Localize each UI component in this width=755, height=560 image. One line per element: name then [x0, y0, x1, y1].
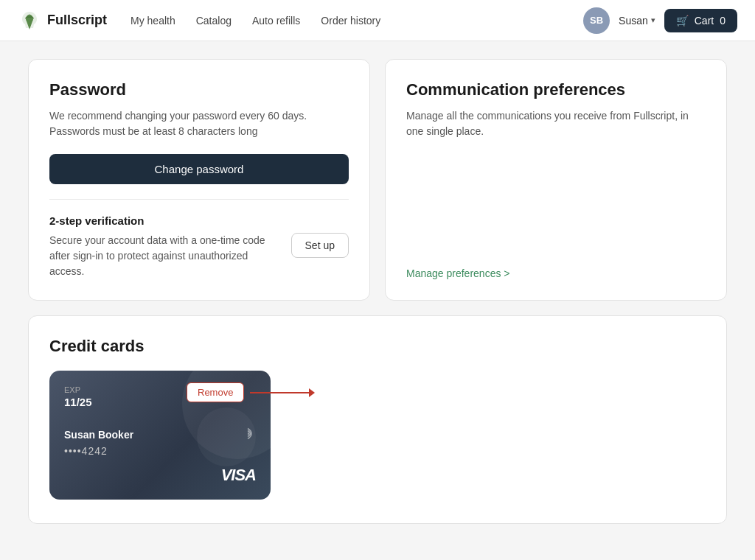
- cart-label: Cart: [695, 15, 714, 27]
- card-holder-name: Susan Booker: [64, 429, 256, 441]
- nav-link-order-history[interactable]: Order history: [321, 15, 380, 27]
- avatar: SB: [583, 7, 610, 34]
- user-name: Susan: [619, 15, 648, 27]
- visa-logo: VISA: [221, 466, 256, 485]
- password-card: Password We recommend changing your pass…: [28, 59, 370, 301]
- cart-button[interactable]: 🛒 Cart 0: [664, 9, 737, 32]
- remove-card-button[interactable]: Remove: [187, 382, 244, 402]
- password-title: Password: [49, 80, 349, 99]
- contactless-icon: [240, 425, 256, 445]
- nav-right: SB Susan ▾ 🛒 Cart 0: [583, 7, 737, 34]
- verification-row: Secure your account data with a one-time…: [49, 233, 349, 279]
- arrow-line: [250, 392, 309, 393]
- arrow-head-icon: [309, 388, 315, 397]
- nav-link-auto-refills[interactable]: Auto refills: [252, 15, 300, 27]
- cart-count: 0: [720, 15, 726, 27]
- change-password-button[interactable]: Change password: [49, 154, 349, 184]
- credit-card-wrapper: EXP 11/25 Susan Booker ••••4242 VISA Rem…: [49, 371, 271, 500]
- card-number: ••••4242: [64, 445, 256, 457]
- credit-cards-section: Credit cards EXP 11/25 Susan Booker ••••…: [28, 315, 727, 524]
- cart-icon: 🛒: [676, 15, 689, 27]
- chevron-down-icon: ▾: [651, 15, 655, 25]
- setup-button[interactable]: Set up: [291, 233, 349, 258]
- divider: [49, 199, 349, 200]
- user-menu-button[interactable]: Susan ▾: [619, 15, 655, 27]
- brand-name: Fullscript: [47, 13, 107, 28]
- nav-link-catalog[interactable]: Catalog: [196, 15, 232, 27]
- credit-cards-title: Credit cards: [49, 337, 706, 356]
- verification-description: Secure your account data with a one-time…: [49, 233, 279, 279]
- nav-links: My health Catalog Auto refills Order his…: [131, 15, 560, 27]
- verification-title: 2-step verification: [49, 214, 349, 227]
- password-description: We recommend changing your password ever…: [49, 108, 349, 139]
- remove-arrow: [250, 388, 315, 397]
- remove-action: Remove: [187, 382, 315, 402]
- main-content: Password We recommend changing your pass…: [16, 59, 739, 524]
- communication-card: Communication preferences Manage all the…: [385, 59, 727, 301]
- nav-link-my-health[interactable]: My health: [131, 15, 175, 27]
- manage-preferences-link[interactable]: Manage preferences >: [406, 267, 706, 279]
- communication-description: Manage all the communications you receiv…: [406, 108, 706, 253]
- communication-title: Communication preferences: [406, 80, 706, 99]
- fullscript-logo-icon: [18, 9, 41, 32]
- logo[interactable]: Fullscript: [18, 9, 107, 32]
- navbar: Fullscript My health Catalog Auto refill…: [0, 0, 755, 41]
- top-row: Password We recommend changing your pass…: [28, 59, 727, 301]
